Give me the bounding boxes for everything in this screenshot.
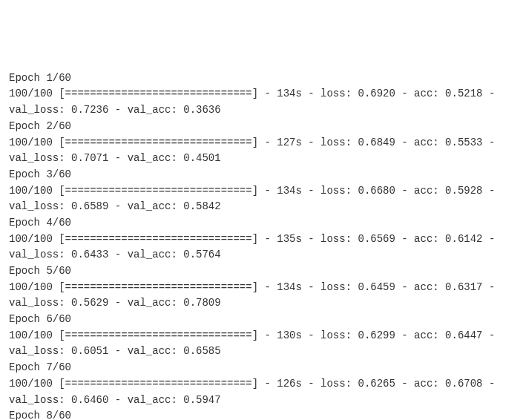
training-log-output: Epoch 1/60 100/100 [====================… [9,70,514,420]
